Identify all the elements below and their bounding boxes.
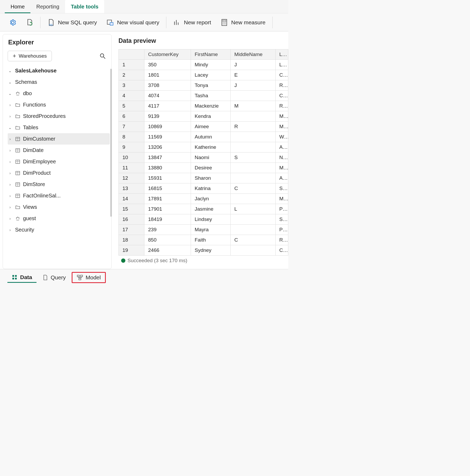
table-row[interactable]: 1417891JaclynMa <box>118 194 288 204</box>
tree-item-database[interactable]: ⌄SalesLakehouse <box>8 65 110 76</box>
table-row[interactable]: 1618419LindseySharma <box>118 214 288 225</box>
cell-customerkey: 350 <box>144 60 191 70</box>
svg-rect-31 <box>12 275 14 276</box>
tab-table-tools[interactable]: Table tools <box>65 0 104 13</box>
sp-label: StoredProcedures <box>23 113 66 119</box>
new-measure-button[interactable]: New measure <box>216 17 270 28</box>
cell-lastname: Chen <box>276 70 288 80</box>
cell-firstname: Katherine <box>191 142 231 152</box>
svg-rect-34 <box>15 278 17 279</box>
tree-item-dimdate[interactable]: ›DimDate <box>8 145 110 156</box>
tree-item-functions[interactable]: ›Functions <box>8 99 110 110</box>
top-tab-strip: Home Reporting Table tools <box>0 0 288 13</box>
tree-item-views[interactable]: ›Views <box>8 201 110 213</box>
cell-firstname: Jaclyn <box>191 194 231 204</box>
new-report-button[interactable]: New report <box>169 17 215 28</box>
tree-item-dimcustomer[interactable]: ›DimCustomer <box>8 133 110 145</box>
tab-home[interactable]: Home <box>5 0 30 13</box>
table-row[interactable]: 710869AimeeRMa <box>118 122 288 132</box>
data-grid[interactable]: CustomerKeyFirstNameMiddleNameLastNa1350… <box>118 49 288 256</box>
table-row[interactable]: 21801LaceyEChen <box>118 70 288 80</box>
guest-label: guest <box>23 215 36 221</box>
cell-middlename: S <box>231 152 276 163</box>
cell-lastname: Shan <box>276 183 288 194</box>
search-icon[interactable] <box>99 53 110 59</box>
table-row[interactable]: 1113880DesireeMunoz <box>118 163 288 173</box>
tab-reporting[interactable]: Reporting <box>30 0 65 13</box>
row-number: 19 <box>118 245 144 256</box>
cell-firstname: Sydney <box>191 245 231 256</box>
table-row[interactable]: 44074TashaChande <box>118 91 288 101</box>
chevron-right-icon: › <box>8 205 12 209</box>
cell-lastname: Moren <box>276 111 288 122</box>
table-row[interactable]: 1013847NaomiSNavarr <box>118 152 288 163</box>
tree-item-dimstore[interactable]: ›DimStore <box>8 179 110 190</box>
cell-middlename <box>231 111 276 122</box>
tree-item-dimemployee[interactable]: ›DimEmployee <box>8 156 110 167</box>
new-visual-query-button[interactable]: New visual query <box>102 17 163 28</box>
dbo-label: dbo <box>23 90 32 96</box>
chevron-right-icon: › <box>8 182 12 187</box>
cell-middlename <box>231 225 276 235</box>
tree-item-tables[interactable]: ⌄Tables <box>8 122 110 133</box>
cell-customerkey: 15931 <box>144 173 191 183</box>
tree-item-schemas[interactable]: ⌄Schemas <box>8 76 110 88</box>
ribbon: SQL New SQL query New visual query New r… <box>0 13 288 31</box>
tree-item-security[interactable]: ›Security <box>8 224 110 235</box>
plus-icon: + <box>13 53 16 59</box>
tree-item-guest[interactable]: ›guest <box>8 213 110 224</box>
cell-customerkey: 4117 <box>144 101 191 111</box>
cell-lastname: Chande <box>276 91 288 101</box>
view-tab-query[interactable]: Query <box>38 273 70 282</box>
warehouses-button[interactable]: + Warehouses <box>8 51 52 61</box>
table-icon <box>15 170 20 176</box>
table-row[interactable]: 18850FaithCReed <box>118 235 288 245</box>
svg-rect-2 <box>110 22 113 25</box>
table-row[interactable]: 1350MindyJLuo <box>118 60 288 70</box>
refresh-button[interactable] <box>22 17 38 28</box>
t3-label: DimEmployee <box>23 159 56 165</box>
table-row[interactable]: 913206KatherineAnders <box>118 142 288 152</box>
tree-item-dbo[interactable]: ⌄ dbo <box>8 88 110 99</box>
cell-lastname: Ma <box>276 122 288 132</box>
tree-item-dimproduct[interactable]: ›DimProduct <box>8 167 110 179</box>
new-sql-query-button[interactable]: SQL New SQL query <box>43 17 101 28</box>
cell-lastname: Luo <box>276 60 288 70</box>
separator <box>272 17 273 28</box>
table-row[interactable]: 1316815KatrinaCShan <box>118 183 288 194</box>
cell-firstname: Mackenzie <box>191 101 231 111</box>
tree-item-factonlinesales[interactable]: ›FactOnlineSal... <box>8 190 110 201</box>
col-header-lastname[interactable]: LastNa <box>276 49 288 60</box>
schema-icon <box>15 216 20 221</box>
table-row[interactable]: 33708TonyaJRaje <box>118 80 288 91</box>
cell-customerkey: 3708 <box>144 80 191 91</box>
row-number: 12 <box>118 173 144 183</box>
col-header-customerkey[interactable]: CustomerKey <box>144 49 191 60</box>
new-report-label: New report <box>184 19 211 26</box>
cell-middlename <box>231 245 276 256</box>
query-tab-label: Query <box>51 274 66 281</box>
row-number: 1 <box>118 60 144 70</box>
table-row[interactable]: 1215931SharonAnders <box>118 173 288 183</box>
table-row[interactable]: 811569AutumnWu <box>118 132 288 142</box>
visual-query-icon <box>106 19 114 26</box>
table-icon <box>15 193 20 198</box>
cell-firstname: Jasmine <box>191 204 231 214</box>
view-tab-model[interactable]: Model <box>72 272 106 283</box>
svg-rect-33 <box>12 278 14 279</box>
table-icon <box>15 148 20 153</box>
chevron-right-icon: › <box>8 216 12 221</box>
cell-lastname: Navarr <box>276 152 288 163</box>
view-tab-data[interactable]: Data <box>7 272 36 283</box>
col-header-firstname[interactable]: FirstName <box>191 49 231 60</box>
settings-button[interactable] <box>5 17 21 28</box>
table-row[interactable]: 192466SydneyCampb <box>118 245 288 256</box>
tree-item-storedprocedures[interactable]: ›StoredProcedures <box>8 110 110 122</box>
explorer-scrollbar[interactable] <box>110 69 112 251</box>
table-row[interactable]: 69139KendraMoren <box>118 111 288 122</box>
col-header-middlename[interactable]: MiddleName <box>231 49 276 60</box>
chevron-right-icon: › <box>8 160 12 164</box>
table-row[interactable]: 1517901JasmineLPrice <box>118 204 288 214</box>
table-row[interactable]: 17239MayraPrasad <box>118 225 288 235</box>
table-row[interactable]: 54117MackenzieMRamire <box>118 101 288 111</box>
